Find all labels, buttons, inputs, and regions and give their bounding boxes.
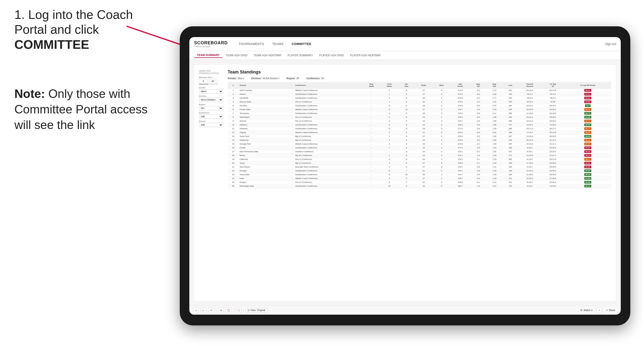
cell-school: New Mexico: [239, 165, 294, 169]
table-container: # School Conference RegRank ConfRank NoT…: [228, 82, 611, 188]
table-row[interactable]: 24 Duke Atlantic Coast Conference - 5 9 …: [228, 176, 611, 180]
cell-points: 63.49: [564, 115, 611, 119]
cell-avg-par: 1.53: [486, 158, 502, 161]
cell-school: Arkansas: [239, 127, 294, 131]
cell-avg-par: 1.90: [486, 127, 502, 131]
table-row[interactable]: 23 Texas A&M Southeastern Conference - 9…: [228, 173, 611, 176]
table-row[interactable]: 8 Washington Pac-12 Conference - 2 8 23 …: [228, 115, 611, 119]
table-row[interactable]: 11 Arkansas Southeastern Conference - 6 …: [228, 127, 611, 131]
table-row[interactable]: 25 Oregon Pac-12 Conference - 5 7 21 2 2…: [228, 180, 611, 184]
table-row[interactable]: 3 Vanderbilt Southeastern Conference - 2…: [228, 96, 611, 100]
table-row[interactable]: 7 Tennessee Southeastern Conference - 4 …: [228, 112, 611, 115]
cell-vs25: 37-30-0: [542, 176, 564, 180]
view-original-button[interactable]: ⊡ View: Original: [246, 308, 268, 313]
table-row[interactable]: 17 East Tennessee State Southern Confere…: [228, 150, 611, 154]
cell-conf-rank: 1: [380, 135, 398, 138]
cell-wins: 2: [433, 180, 450, 184]
cell-school: Illinois: [239, 154, 294, 158]
table-row[interactable]: 1 North Carolina Atlantic Coast Conferen…: [228, 89, 611, 92]
cell-conf-rank: 2: [380, 96, 398, 100]
cell-no-tour: 9: [398, 146, 415, 150]
cell-avg-par: 1.44: [486, 161, 502, 165]
subnav-player-h2h-heatmap[interactable]: PLAYER H2H HEATMAP: [347, 53, 384, 58]
school-select[interactable]: (All): [199, 123, 223, 127]
division-select[interactable]: NCAA Division I: [199, 98, 223, 102]
content-card: Update time: 27/03/2024 16:56:26 Minimum…: [194, 65, 616, 301]
max-rounds-input[interactable]: [208, 79, 217, 83]
nav-tournaments[interactable]: TOURNAMENTS: [235, 41, 268, 47]
cell-overall: 9-19-1: [518, 180, 541, 184]
cell-avg-sg: -5.5: [470, 112, 486, 115]
cell-rank: 11: [228, 127, 239, 131]
table-row[interactable]: 2 Auburn Southeastern Conference - 1 9 2…: [228, 92, 611, 96]
col-conference: Conference: [294, 82, 362, 89]
cell-low: 271: [502, 154, 518, 158]
cell-rnds: 27: [415, 165, 433, 169]
share-button[interactable]: ↗ Share: [604, 308, 617, 312]
toolbar-forward[interactable]: ▷: [200, 308, 206, 313]
toolbar-refresh[interactable]: ↺: [208, 308, 214, 313]
cell-conf-rank: 8: [380, 169, 398, 173]
subnav-team-summary[interactable]: TEAM SUMMARY: [194, 53, 222, 58]
table-row[interactable]: 18 Illinois Big Ten Conference - 1 8 23 …: [228, 154, 611, 158]
gender-select[interactable]: Men's: [199, 89, 223, 94]
table-row[interactable]: 13 Texas Tech Big 12 Conference - 1 9 27…: [228, 135, 611, 138]
sign-out-button[interactable]: Sign out: [604, 42, 616, 46]
cell-points: 68.42: [564, 173, 611, 176]
toolbar-clock[interactable]: 🕐: [236, 308, 241, 313]
table-row[interactable]: 14 Oklahoma Big 12 Conference - 2 2 24 2…: [228, 138, 611, 142]
cell-conf-rank: 1: [380, 154, 398, 158]
table-row[interactable]: 26 Mississippi State Southeastern Confer…: [228, 184, 611, 188]
subnav-player-summary[interactable]: PLAYER SUMMARY: [285, 53, 316, 58]
view-label: View: Original: [250, 309, 265, 312]
table-row[interactable]: 10 Alabama Southeastern Conference - 5 8…: [228, 123, 611, 127]
subnav-team-h2h-grid[interactable]: TEAM H2H GRID: [223, 53, 250, 58]
standings-table: # School Conference RegRank ConfRank NoT…: [228, 82, 611, 188]
min-rounds-input[interactable]: [199, 79, 208, 83]
toolbar-expand[interactable]: ⤢: [596, 308, 602, 313]
table-row[interactable]: 12 Virginia Atlantic Coast Conference - …: [228, 131, 611, 135]
table-row[interactable]: 4 Arizona State Pac-12 Conference - 1 9 …: [228, 100, 611, 104]
toolbar-back[interactable]: ◁: [193, 308, 199, 313]
cell-rank: 19: [228, 158, 239, 161]
nav-committee[interactable]: COMMITTEE: [288, 41, 316, 47]
cell-low: 269: [502, 173, 518, 176]
toolbar-paste[interactable]: 📋: [226, 308, 232, 313]
cell-avg-sg: -0.8: [470, 165, 486, 169]
cell-vs25: 54-4-0: [542, 92, 564, 96]
toolbar-copy[interactable]: ⧉: [218, 308, 224, 313]
table-row[interactable]: 5 Ole Miss Southeastern Conference - 3 6…: [228, 104, 611, 108]
region-select[interactable]: N/A: [199, 106, 223, 110]
cell-adj-score: 275.7: [450, 108, 470, 112]
table-row[interactable]: 20 Texas Big 12 Conference - 3 8 27 6 27…: [228, 161, 611, 165]
cell-overall: 15-32-0: [518, 135, 541, 138]
nav-teams[interactable]: TEAMS: [268, 41, 287, 47]
col-overall: OverallRecord: [518, 82, 541, 89]
cell-no-tour: 8: [398, 158, 415, 161]
table-row[interactable]: 15 Georgia Tech Atlantic Coast Conferenc…: [228, 142, 611, 146]
table-row[interactable]: 9 Arizona Pac-12 Conference - 3 8 23 4 2…: [228, 119, 611, 123]
cell-avg-sg: -6.0: [470, 115, 486, 119]
conference-select[interactable]: (All): [199, 114, 223, 119]
watch-button[interactable]: 👁 Watch ▾: [578, 308, 594, 312]
rounds-slider[interactable]: [199, 84, 218, 85]
table-row[interactable]: 21 New Mexico Mountain West Conference -…: [228, 165, 611, 169]
table-row[interactable]: 16 Florida Southeastern Conference - 7 9…: [228, 146, 611, 150]
subnav-team-h2h-heatmap[interactable]: TEAM H2H HEATMAP: [251, 53, 284, 58]
cell-vs25: 29-15-1: [542, 104, 564, 108]
cell-overall: 38-6-0: [518, 96, 541, 100]
cell-overall: 16-21-0: [518, 119, 541, 123]
table-row[interactable]: 6 Florida State Atlantic Coast Conferenc…: [228, 108, 611, 112]
cell-points: 87.21: [564, 92, 611, 96]
cell-reg-rank: -: [362, 108, 380, 112]
subnav-player-h2h-grid[interactable]: PLAYER H2H GRID: [316, 53, 347, 58]
cell-wins: 4: [433, 108, 450, 112]
table-row[interactable]: 19 California Pac-12 Conference - 4 8 24…: [228, 158, 611, 161]
cell-school: Arizona State: [239, 100, 294, 104]
cell-wins: 4: [433, 173, 450, 176]
filters-row: Gender: Men's Division: NCAA Division I …: [228, 77, 611, 80]
table-row[interactable]: 22 Georgia Southeastern Conference - 8 7…: [228, 169, 611, 173]
cell-rank: 14: [228, 138, 239, 142]
cell-avg-par: 3.01: [486, 131, 502, 135]
cell-avg-sg: -6.0: [470, 92, 486, 96]
